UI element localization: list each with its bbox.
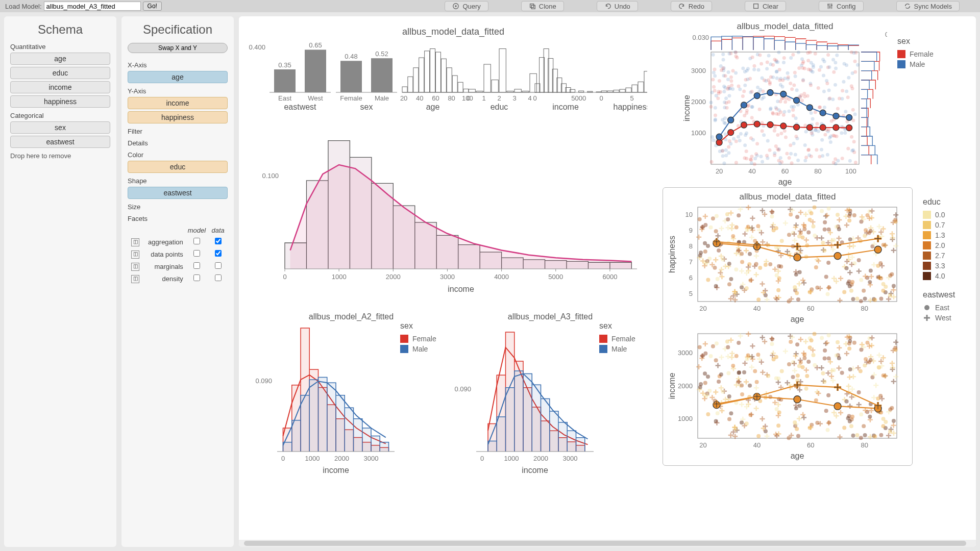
- facet-marginals-model[interactable]: [193, 262, 200, 269]
- svg-point-499: [845, 63, 848, 67]
- svg-point-171: [722, 161, 726, 165]
- facet-data points-model[interactable]: [193, 250, 200, 257]
- svg-point-880: [808, 345, 812, 349]
- schema-field-educ[interactable]: educ: [10, 67, 110, 79]
- svg-point-865: [873, 434, 877, 438]
- schema-field-sex[interactable]: sex: [10, 121, 110, 134]
- svg-point-329: [714, 106, 717, 110]
- svg-point-600: [851, 297, 855, 301]
- svg-point-508: [785, 152, 789, 156]
- yaxis-pill-happiness[interactable]: happiness: [128, 111, 228, 123]
- svg-point-839: [753, 369, 757, 373]
- model-name-input[interactable]: [44, 2, 141, 11]
- svg-point-913: [737, 341, 741, 345]
- svg-rect-34: [447, 68, 452, 92]
- clone-button[interactable]: Clone: [521, 1, 564, 11]
- svg-point-424: [779, 110, 782, 114]
- svg-point-691: [731, 234, 735, 238]
- yaxis-pill-income[interactable]: income: [128, 97, 228, 109]
- facet-marginals-data[interactable]: [215, 262, 222, 269]
- svg-text:4000: 4000: [494, 273, 509, 281]
- svg-point-629: [727, 262, 731, 266]
- svg-point-211: [826, 153, 829, 157]
- facet-density-model[interactable]: [193, 274, 200, 281]
- svg-point-775: [866, 341, 870, 345]
- schema-field-happiness[interactable]: happiness: [10, 95, 110, 108]
- schema-field-eastwest[interactable]: eastwest: [10, 136, 110, 148]
- plot-canvas[interactable]: allbus_model_data_fitted 0.4000.35East0.…: [239, 16, 976, 547]
- svg-point-323: [739, 132, 743, 136]
- svg-point-366: [814, 52, 817, 56]
- svg-point-270: [765, 154, 769, 157]
- svg-point-905: [795, 427, 799, 431]
- legend-item: Female: [897, 50, 934, 58]
- svg-point-768: [795, 342, 799, 346]
- svg-point-143: [732, 137, 736, 141]
- svg-point-411: [843, 131, 847, 135]
- svg-text:0: 0: [281, 455, 285, 462]
- svg-rect-33: [441, 59, 446, 92]
- svg-point-911: [837, 356, 841, 360]
- svg-text:0.400: 0.400: [249, 43, 265, 51]
- svg-point-904: [852, 341, 856, 345]
- svg-point-407: [738, 139, 742, 142]
- svg-point-519: [812, 63, 815, 67]
- svg-point-887: [717, 380, 721, 384]
- go-button[interactable]: Go!: [143, 2, 162, 11]
- shape-pill[interactable]: eastwest: [128, 187, 228, 199]
- config-button[interactable]: Config: [819, 1, 864, 11]
- redo-button[interactable]: Redo: [671, 1, 712, 11]
- svg-point-442: [853, 60, 857, 63]
- sync-button[interactable]: Sync Models: [896, 1, 960, 11]
- svg-point-491: [764, 79, 768, 83]
- svg-point-636: [855, 297, 859, 301]
- svg-point-498: [780, 160, 783, 164]
- svg-point-809: [709, 354, 713, 358]
- facet-data points-data[interactable]: [215, 250, 222, 257]
- svg-point-604: [770, 210, 774, 214]
- svg-point-472: [801, 79, 805, 82]
- happiness-age-plot: 204060805678910agehappiness: [667, 202, 902, 327]
- svg-point-260: [750, 116, 754, 119]
- svg-point-380: [761, 129, 764, 133]
- horizontal-scrollbar[interactable]: [239, 540, 976, 547]
- legend-item: 0.7: [923, 221, 955, 229]
- schema-field-income[interactable]: income: [10, 81, 110, 93]
- facet-aggregation-data[interactable]: [215, 238, 222, 244]
- svg-point-585: [862, 289, 866, 293]
- svg-rect-4: [754, 4, 758, 9]
- query-button[interactable]: Query: [445, 1, 488, 11]
- svg-text:3000: 3000: [364, 455, 379, 462]
- svg-point-668: [805, 243, 809, 247]
- svg-point-573: [756, 297, 761, 302]
- svg-point-486: [751, 56, 754, 59]
- color-pill[interactable]: educ: [128, 161, 228, 173]
- svg-rect-52: [522, 91, 529, 92]
- svg-text:Male: Male: [375, 94, 389, 102]
- svg-point-845: [879, 433, 883, 437]
- undo-button[interactable]: Undo: [597, 1, 638, 11]
- svg-point-130: [806, 59, 810, 62]
- svg-point-511: [746, 67, 750, 70]
- svg-point-418: [825, 82, 829, 85]
- xaxis-pill[interactable]: age: [128, 71, 228, 83]
- svg-point-802: [806, 360, 811, 364]
- svg-point-527: [754, 121, 760, 127]
- svg-text:9: 9: [689, 227, 693, 234]
- svg-text:40: 40: [748, 167, 755, 175]
- svg-point-866: [812, 353, 816, 357]
- svg-point-507: [738, 87, 742, 91]
- svg-text:10: 10: [685, 211, 693, 218]
- facet-aggregation-model[interactable]: [193, 238, 200, 244]
- clear-button[interactable]: Clear: [745, 1, 786, 11]
- svg-point-331: [712, 138, 715, 142]
- xaxis-label: X-Axis: [128, 61, 228, 69]
- svg-point-731: [737, 248, 741, 253]
- schema-field-age[interactable]: age: [10, 53, 110, 65]
- svg-text:2: 2: [497, 94, 501, 102]
- svg-point-926: [766, 374, 770, 378]
- svg-rect-47: [484, 64, 491, 92]
- svg-point-285: [782, 61, 786, 64]
- swap-xy-button[interactable]: Swap X and Y: [128, 43, 228, 53]
- facet-density-data[interactable]: [215, 274, 222, 281]
